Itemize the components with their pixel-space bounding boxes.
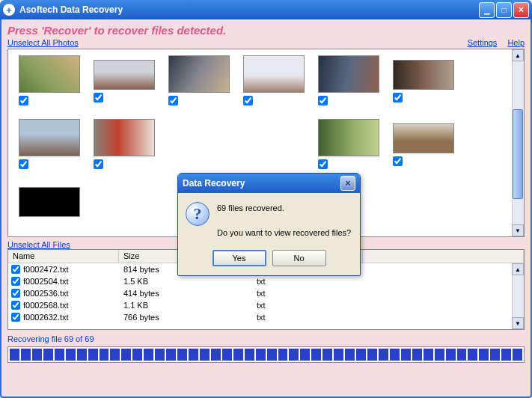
maximize-button[interactable]: □	[496, 2, 512, 18]
photo-checkbox[interactable]	[393, 156, 403, 166]
photo-thumbnail[interactable]	[243, 55, 305, 93]
photo-checkbox[interactable]	[393, 93, 403, 102]
photo-thumbnail[interactable]	[94, 119, 155, 156]
scroll-down-icon[interactable]: ▼	[512, 317, 524, 329]
photo-thumbnail[interactable]	[318, 55, 379, 93]
photo-item[interactable]	[393, 55, 454, 105]
unselect-all-photos-link[interactable]: Unselect All Photos	[7, 38, 79, 47]
photo-item[interactable]	[168, 55, 230, 105]
photo-thumbnail[interactable]	[19, 119, 80, 156]
dialog-line2: Do you want to view recovered files?	[217, 227, 351, 239]
status-text: Recovering file 69 of 69	[7, 334, 525, 343]
file-ext: txt	[252, 313, 363, 322]
photo-thumbnail[interactable]	[19, 55, 80, 93]
col-name-header[interactable]: Name	[8, 250, 119, 263]
photo-thumbnail[interactable]	[168, 55, 230, 93]
instruction-text: Press 'Recover' to recover files detecte…	[7, 24, 525, 37]
confirmation-dialog: Data Recovery × ? 69 files recovered. Do…	[177, 173, 361, 276]
dialog-message: 69 files recovered. Do you want to view …	[217, 202, 351, 239]
photo-item[interactable]	[94, 119, 155, 169]
table-row[interactable]: f0002568.txt1.1 KBtxt	[8, 299, 524, 311]
yes-button[interactable]: Yes	[213, 250, 266, 266]
file-size: 766 bytes	[119, 313, 252, 322]
photo-item[interactable]	[19, 55, 80, 105]
photo-thumbnail[interactable]	[19, 187, 80, 217]
dialog-line1: 69 files recovered.	[217, 202, 351, 215]
photo-checkbox[interactable]	[318, 96, 328, 105]
scroll-thumb[interactable]	[513, 109, 523, 199]
no-button[interactable]: No	[272, 250, 326, 266]
photo-item[interactable]	[94, 55, 155, 105]
app-icon: +	[3, 4, 15, 16]
photo-thumbnail[interactable]	[393, 60, 454, 90]
photo-thumbnail[interactable]	[94, 60, 155, 90]
file-ext: txt	[252, 277, 363, 286]
photo-thumbnail[interactable]	[393, 123, 454, 153]
photo-item[interactable]	[318, 55, 379, 105]
col-blank-header	[363, 250, 524, 263]
file-ext: txt	[252, 301, 363, 310]
help-link[interactable]: Help	[507, 38, 525, 47]
file-size: 414 bytes	[119, 289, 252, 298]
dialog-titlebar: Data Recovery ×	[178, 174, 360, 193]
table-row[interactable]: f0002632.txt766 bytestxt	[8, 311, 524, 323]
file-name: f0002632.txt	[23, 313, 69, 322]
photo-item[interactable]	[19, 119, 80, 169]
photo-item[interactable]	[318, 119, 379, 169]
file-size: 1.5 KB	[119, 277, 252, 286]
file-name: f0002536.txt	[23, 289, 69, 298]
table-row[interactable]: f0002536.txt414 bytestxt	[8, 287, 524, 299]
photo-checkbox[interactable]	[94, 159, 103, 169]
progress-bar	[7, 346, 525, 363]
file-name: f0002568.txt	[23, 301, 69, 310]
photo-scrollbar[interactable]: ▲ ▼	[512, 49, 524, 236]
file-name: f0002504.txt	[23, 277, 69, 286]
photo-checkbox[interactable]	[19, 96, 28, 105]
dialog-title: Data Recovery	[183, 178, 340, 189]
file-size: 1.1 KB	[119, 301, 252, 310]
file-ext: txt	[252, 289, 363, 298]
table-row[interactable]: f0002504.txt1.5 KBtxt	[8, 275, 524, 287]
photo-checkbox[interactable]	[19, 159, 28, 169]
photo-thumbnail[interactable]	[318, 119, 379, 156]
minimize-button[interactable]: ▁	[479, 2, 495, 18]
scroll-up-icon[interactable]: ▲	[512, 263, 524, 275]
scroll-up-icon[interactable]: ▲	[512, 49, 524, 61]
file-checkbox[interactable]	[11, 265, 20, 274]
file-checkbox[interactable]	[11, 289, 20, 298]
scroll-down-icon[interactable]: ▼	[512, 224, 524, 236]
photo-item[interactable]	[19, 183, 80, 217]
file-checkbox[interactable]	[11, 277, 20, 286]
photo-item[interactable]	[243, 55, 305, 105]
window-title: Asoftech Data Recovery	[19, 4, 479, 15]
file-checkbox[interactable]	[11, 301, 20, 310]
photo-checkbox[interactable]	[168, 96, 178, 105]
window-titlebar: + Asoftech Data Recovery ▁ □ ×	[0, 0, 532, 19]
photo-item[interactable]	[393, 119, 454, 169]
photo-checkbox[interactable]	[318, 159, 328, 169]
dialog-close-button[interactable]: ×	[340, 176, 355, 191]
settings-link[interactable]: Settings	[468, 38, 498, 47]
photo-checkbox[interactable]	[94, 93, 103, 102]
file-scrollbar[interactable]: ▲ ▼	[512, 263, 524, 329]
unselect-all-files-link[interactable]: Unselect All Files	[7, 240, 70, 249]
photo-checkbox[interactable]	[243, 96, 253, 105]
close-button[interactable]: ×	[513, 2, 529, 18]
file-name: f0002472.txt	[23, 265, 69, 274]
file-checkbox[interactable]	[11, 313, 20, 322]
question-icon: ?	[186, 202, 210, 226]
